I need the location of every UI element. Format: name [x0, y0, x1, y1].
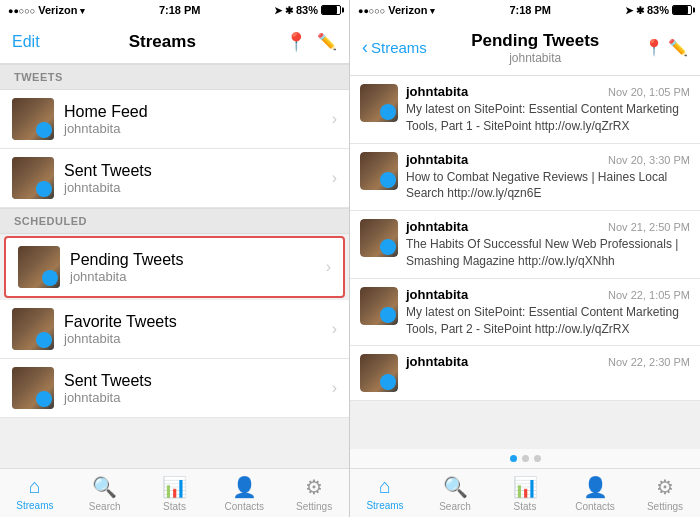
search-tab-icon: 🔍 — [92, 475, 117, 499]
right-carrier: ●●○○○ Verizon ▾ — [358, 4, 435, 16]
location-status-icon: ➤ — [274, 5, 282, 16]
left-status-icons: ➤ ✱ 83% — [274, 4, 341, 16]
pending-tweets-chevron: › — [326, 258, 331, 276]
left-carrier: ●●○○○ Verizon ▾ — [8, 4, 85, 16]
favorite-tweets-chevron: › — [332, 320, 337, 338]
right-tab-streams[interactable]: ⌂ Streams — [350, 469, 420, 517]
scheduled-sent-sub: johntabita — [64, 390, 326, 405]
tweet-date-0: Nov 20, 1:05 PM — [608, 86, 690, 98]
right-nav-icons: 📍 ✏️ — [644, 38, 688, 57]
tweet-user-4: johntabita — [406, 354, 468, 369]
tweet-text-1: How to Combat Negative Reviews | Haines … — [406, 169, 690, 203]
page-dots — [350, 449, 700, 468]
left-tab-streams[interactable]: ⌂ Streams — [0, 469, 70, 517]
tweet-item-4[interactable]: johntabita Nov 22, 2:30 PM — [350, 346, 700, 401]
right-contacts-tab-label: Contacts — [575, 501, 614, 512]
stats-tab-label: Stats — [163, 501, 186, 512]
right-tab-search[interactable]: 🔍 Search — [420, 469, 490, 517]
left-tab-contacts[interactable]: 👤 Contacts — [209, 469, 279, 517]
pending-tweets-sub: johntabita — [70, 269, 320, 284]
right-nav-bar: ‹ Streams Pending Tweets johntabita 📍 ✏️ — [350, 20, 700, 76]
tweet-user-2: johntabita — [406, 219, 468, 234]
edit-button[interactable]: Edit — [12, 33, 40, 51]
sent-tweets-item[interactable]: Sent Tweets johntabita › — [0, 149, 349, 208]
tweet-user-1: johntabita — [406, 152, 468, 167]
dot-1 — [510, 455, 517, 462]
tweet-avatar-4 — [360, 354, 398, 392]
left-status-bar: ●●○○○ Verizon ▾ 7:18 PM ➤ ✱ 83% — [0, 0, 349, 20]
tweet-item-2[interactable]: johntabita Nov 21, 2:50 PM The Habits Of… — [350, 211, 700, 279]
right-search-tab-icon: 🔍 — [443, 475, 468, 499]
back-label: Streams — [371, 39, 427, 56]
left-tab-settings[interactable]: ⚙ Settings — [279, 469, 349, 517]
streams-tab-icon: ⌂ — [29, 475, 41, 498]
scheduled-section: SCHEDULED Pending Tweets johntabita › Fa… — [0, 208, 349, 418]
left-tab-bar: ⌂ Streams 🔍 Search 📊 Stats 👤 Contacts ⚙ … — [0, 468, 349, 517]
right-location-icon: ➤ — [625, 5, 633, 16]
pending-tweets-avatar — [18, 246, 60, 288]
tweet-avatar-2 — [360, 219, 398, 257]
right-time: 7:18 PM — [509, 4, 551, 16]
tweet-user-0: johntabita — [406, 84, 468, 99]
home-feed-sub: johntabita — [64, 121, 326, 136]
settings-tab-label: Settings — [296, 501, 332, 512]
compose-icon[interactable]: ✏️ — [317, 32, 337, 51]
sent-tweets-label: Sent Tweets — [64, 162, 326, 180]
home-feed-avatar — [12, 98, 54, 140]
back-button[interactable]: ‹ Streams — [362, 37, 427, 58]
contacts-tab-icon: 👤 — [232, 475, 257, 499]
scheduled-section-header: SCHEDULED — [0, 208, 349, 234]
favorite-tweets-item[interactable]: Favorite Tweets johntabita › — [0, 300, 349, 359]
battery-percent: 83% — [296, 4, 318, 16]
right-stats-tab-label: Stats — [514, 501, 537, 512]
favorite-tweets-label: Favorite Tweets — [64, 313, 326, 331]
tweets-section: TWEETS Home Feed johntabita › Sent Tweet… — [0, 64, 349, 208]
right-status-icons: ➤ ✱ 83% — [625, 4, 692, 16]
tweet-text-3: My latest on SitePoint: Essential Conten… — [406, 304, 690, 338]
right-location-pin-icon[interactable]: 📍 — [644, 39, 664, 56]
tweet-date-3: Nov 22, 1:05 PM — [608, 289, 690, 301]
location-pin-icon[interactable]: 📍 — [285, 31, 307, 53]
home-feed-chevron: › — [332, 110, 337, 128]
right-status-bar: ●●○○○ Verizon ▾ 7:18 PM ➤ ✱ 83% — [350, 0, 700, 20]
sent-tweets-chevron: › — [332, 169, 337, 187]
tweet-list: johntabita Nov 20, 1:05 PM My latest on … — [350, 76, 700, 449]
tweet-avatar-0 — [360, 84, 398, 122]
left-tab-stats[interactable]: 📊 Stats — [140, 469, 210, 517]
right-tab-stats[interactable]: 📊 Stats — [490, 469, 560, 517]
right-streams-tab-label: Streams — [366, 500, 403, 511]
left-nav-bar: Edit Streams 📍 ✏️ — [0, 20, 349, 64]
scheduled-sent-tweets-item[interactable]: Sent Tweets johntabita › — [0, 359, 349, 418]
right-search-tab-label: Search — [439, 501, 471, 512]
left-time: 7:18 PM — [159, 4, 201, 16]
right-tab-contacts[interactable]: 👤 Contacts — [560, 469, 630, 517]
right-tab-settings[interactable]: ⚙ Settings — [630, 469, 700, 517]
right-battery-icon — [672, 5, 692, 15]
tweet-avatar-1 — [360, 152, 398, 190]
tweet-item-0[interactable]: johntabita Nov 20, 1:05 PM My latest on … — [350, 76, 700, 144]
back-chevron-icon: ‹ — [362, 37, 368, 58]
home-feed-item[interactable]: Home Feed johntabita › — [0, 90, 349, 149]
left-nav-title: Streams — [129, 32, 196, 52]
bluetooth-status-icon: ✱ — [285, 5, 293, 16]
right-main-title: Pending Tweets — [471, 31, 599, 51]
tweet-date-4: Nov 22, 2:30 PM — [608, 356, 690, 368]
tweet-item-3[interactable]: johntabita Nov 22, 1:05 PM My latest on … — [350, 279, 700, 347]
right-contacts-tab-icon: 👤 — [583, 475, 608, 499]
streams-tab-label: Streams — [16, 500, 53, 511]
dot-2 — [522, 455, 529, 462]
scheduled-sent-label: Sent Tweets — [64, 372, 326, 390]
tweet-date-2: Nov 21, 2:50 PM — [608, 221, 690, 233]
tweet-user-3: johntabita — [406, 287, 468, 302]
favorite-tweets-avatar — [12, 308, 54, 350]
right-battery-percent: 83% — [647, 4, 669, 16]
tweet-item-1[interactable]: johntabita Nov 20, 3:30 PM How to Combat… — [350, 144, 700, 212]
sent-tweets-sub: johntabita — [64, 180, 326, 195]
left-tab-search[interactable]: 🔍 Search — [70, 469, 140, 517]
right-bluetooth-icon: ✱ — [636, 5, 644, 16]
tweet-text-2: The Habits Of Successful New Web Profess… — [406, 236, 690, 270]
pending-tweets-item[interactable]: Pending Tweets johntabita › — [4, 236, 345, 298]
right-compose-icon[interactable]: ✏️ — [668, 39, 688, 56]
stats-tab-icon: 📊 — [162, 475, 187, 499]
right-settings-tab-icon: ⚙ — [656, 475, 674, 499]
